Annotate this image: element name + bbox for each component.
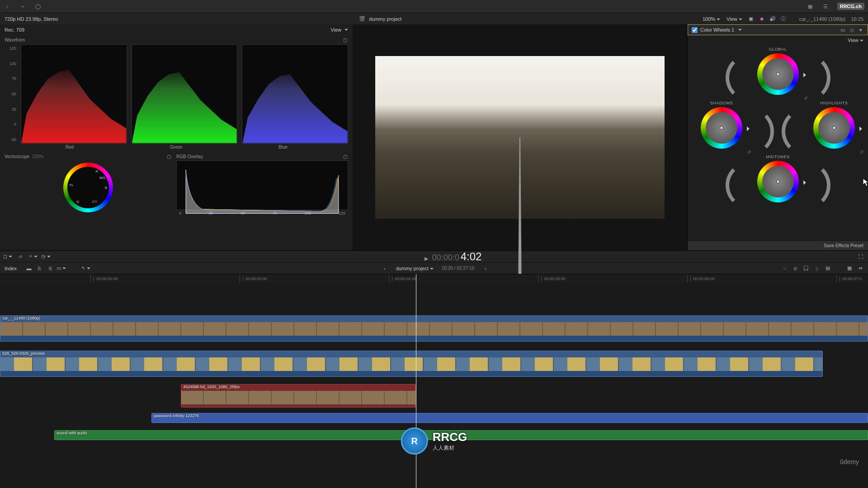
inspector-panel: Color Wheels 1 ▭ ◇ ▾ View GLOBAL [687,24,868,250]
lane-icon[interactable]: ▤ [825,265,831,272]
snapping-icon[interactable]: ⎌ [814,265,820,272]
keyword-icon[interactable]: ⌁ [19,3,26,10]
save-effects-preset-button[interactable]: Save Effects Preset [688,240,868,250]
clip-time: 10:25 [851,16,863,22]
video-inspector-icon[interactable]: ▣ [748,16,754,22]
ruler-tick: │ 00:00:05:00 [538,274,566,283]
clip-appearance-icon[interactable]: ▦ [846,265,853,272]
color-inspector-icon[interactable]: ◆ [759,16,765,22]
track-video-1[interactable]: 528_528-0329_preview [0,351,868,377]
vectorscope-pct: 100% [32,154,44,159]
audio-inspector-icon[interactable]: 🔊 [769,16,776,22]
index-button[interactable]: Index [5,266,17,271]
rrcg-logo: R RRCG 人人素材 [401,427,467,455]
inspector-view-dropdown[interactable]: View [848,38,863,43]
play-icon: ▶ [425,256,428,262]
track-video-0[interactable]: 4524588-hd_1920_1080_25fps [0,384,868,408]
shadows-brightness-slider[interactable] [744,108,749,148]
fullscreen-icon[interactable]: ⛶ [857,253,863,260]
highlights-saturation-slider[interactable] [807,108,811,148]
timeline-header: Index ▬ ⎘ ⎗ ▭ ↖ ‹ dummy project 10:20 / … [0,262,868,274]
ruler-tick: │ 00:00:02:00 [90,274,118,283]
clip-race[interactable]: 528_528-0329_preview [0,351,823,377]
solo-icon[interactable]: 🎧 [803,265,809,272]
playhead[interactable] [416,274,416,488]
background-tasks-icon[interactable]: ◯ [34,3,42,10]
histogram [176,160,348,210]
histogram-settings-icon[interactable]: ▢ [342,153,348,160]
list-icon[interactable]: ☰ [822,3,829,10]
ruler-tick: │ 00:00:07:0 [836,274,862,283]
skimming-icon[interactable]: ⎓ [781,265,788,272]
ruler-tick: │ 00:00:04:00 [389,274,416,283]
global-saturation-slider[interactable] [751,54,755,94]
timeline-ruler[interactable]: │ 00:00:02:00│ 00:00:03:00│ 00:00:04:00│… [0,274,868,283]
insert-clip-icon[interactable]: ⎘ [37,265,43,272]
zoom-fit-icon[interactable]: ⇔ [857,265,863,272]
timeline-prev-icon[interactable]: ‹ [382,265,388,272]
vectorscope-settings-icon[interactable]: ▢ [165,153,172,160]
channel-green-label: Green [123,145,230,150]
format-label: 720p HD 23.98p, Stereo [5,16,58,22]
connect-clip-icon[interactable]: ▬ [26,265,32,272]
waveform-axis: 120 100 75 50 25 0 -20 [5,44,16,144]
shadows-wheel-label: SHADOWS [692,101,751,105]
colorspace-label: Rec. 709 [5,27,24,33]
rrcg-badge: RRCG.ch [837,3,864,10]
ruler-tick: │ 00:00:06:00 [687,274,715,283]
retime-tool-icon[interactable]: ◷ [42,253,49,260]
track-audio-1[interactable]: password-infinity-123276 [0,413,868,423]
waveform-label: Waveform [5,38,25,42]
midtones-saturation-slider[interactable] [751,161,755,202]
clip-car[interactable]: car_-_11490 (1080p) [0,315,868,342]
zoom-dropdown[interactable]: 100% [703,16,720,22]
clip-audio-blue[interactable]: password-infinity-123276 [151,413,868,423]
udemy-logo: ûdemy [840,458,859,465]
global-brightness-slider[interactable] [801,54,805,94]
scopes-view-dropdown[interactable]: View [330,27,348,33]
effect-name[interactable]: Color Wheels 1 [700,27,734,33]
prev-keyframe-icon[interactable]: ◇ [849,27,855,33]
global-wheel-label: GLOBAL [749,47,807,52]
midtones-brightness-slider[interactable] [801,161,805,202]
track-video-2[interactable]: car_-_11490 (1080p) [0,315,868,342]
waveform-settings-icon[interactable]: ▢ [342,37,348,43]
color-wheels: GLOBAL ↺ SHADOWS [688,45,868,240]
clip-red[interactable]: 4524588-hd_1920_1080_25fps [181,384,416,408]
top-toolbar: ↓ ⌁ ◯ ▦ ☰ RRCG.ch [0,0,868,13]
viewer-panel [353,24,687,250]
effect-enable-checkbox[interactable] [692,27,698,33]
clapperboard-icon: 🎬 [359,16,365,22]
effect-header: Color Wheels 1 ▭ ◇ ▾ [688,24,868,35]
info-inspector-icon[interactable]: ⓘ [780,16,787,22]
viewer-view-dropdown[interactable]: View [726,16,742,22]
timeline-position: 10:20 / 02:27:19 [442,266,474,271]
midtones-wheel-label: MIDTONES [749,155,807,159]
timeline-tracks[interactable]: car_-_11490 (1080p) 528_528-0329_preview… [0,283,868,473]
channel-blue-label: Blue [230,145,336,150]
timecode-display[interactable]: ▶ 00:00:04:02 [425,250,482,263]
shadows-saturation-slider[interactable] [694,108,699,148]
viewer-video[interactable] [375,56,665,219]
next-keyframe-icon[interactable]: ▾ [858,27,864,33]
vectorscope: R MG B CY G YL [5,160,172,215]
timeline-next-icon[interactable]: › [482,265,489,272]
grid-icon[interactable]: ▦ [807,3,814,10]
select-tool-icon[interactable]: ↖ [83,265,89,272]
audio-skimming-icon[interactable]: ⎚ [792,265,798,272]
mask-icon[interactable]: ▭ [840,27,846,33]
project-title: dummy project [369,16,401,22]
overwrite-clip-icon[interactable]: ▭ [58,265,65,272]
append-clip-icon[interactable]: ⎗ [47,265,54,272]
import-icon[interactable]: ↓ [4,3,11,10]
crop-tool-icon[interactable]: ▱ [17,253,24,260]
highlights-brightness-slider[interactable] [857,108,861,148]
enhance-tool-icon[interactable]: ✧ [30,253,36,260]
main-area: Rec. 709 View Waveform ▢ 120 100 75 50 2… [0,24,868,250]
transform-tool-icon[interactable]: ◻ [5,253,11,260]
waveform-red [21,44,127,144]
timeline-project-dropdown[interactable]: dummy project [396,266,434,271]
waveform-blue [242,44,348,144]
highlights-wheel-label: HIGHLIGHTS [805,101,863,105]
channel-red-label: Red [16,145,123,150]
